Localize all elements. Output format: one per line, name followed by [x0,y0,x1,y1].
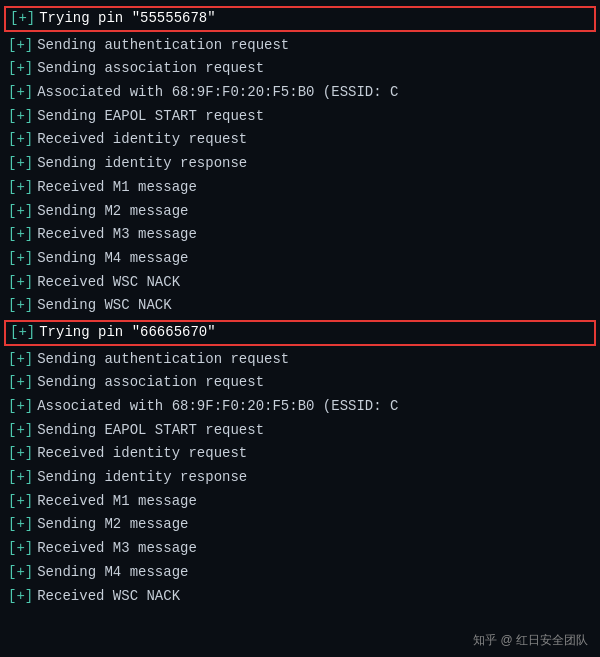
terminal-line: [+]Sending EAPOL START request [0,419,600,443]
line-text: Received M3 message [37,224,197,246]
line-text: Sending authentication request [37,35,289,57]
line-text: Sending EAPOL START request [37,106,264,128]
terminal-line: [+]Received M3 message [0,537,600,561]
line-prefix: [+] [8,58,33,80]
terminal-window: [+]Trying pin "55555678"[+]Sending authe… [0,0,600,657]
line-text: Trying pin "66665670" [39,322,215,344]
line-text: Sending EAPOL START request [37,420,264,442]
line-prefix: [+] [10,322,35,344]
terminal-line: [+]Sending EAPOL START request [0,105,600,129]
line-text: Sending identity response [37,153,247,175]
line-prefix: [+] [8,272,33,294]
line-text: Sending M4 message [37,248,188,270]
line-text: Sending identity response [37,467,247,489]
terminal-line: [+]Received identity request [0,128,600,152]
line-prefix: [+] [8,467,33,489]
line-text: Received M1 message [37,177,197,199]
line-prefix: [+] [8,248,33,270]
line-prefix: [+] [8,443,33,465]
line-prefix: [+] [8,224,33,246]
line-prefix: [+] [8,82,33,104]
highlighted-terminal-line: [+]Trying pin "66665670" [4,320,596,346]
terminal-line: [+]Sending M2 message [0,513,600,537]
terminal-line: [+]Sending association request [0,57,600,81]
line-prefix: [+] [8,153,33,175]
line-prefix: [+] [8,586,33,608]
terminal-line: [+]Sending identity response [0,466,600,490]
terminal-line: [+]Received WSC NACK [0,271,600,295]
terminal-line: [+]Received M3 message [0,223,600,247]
line-text: Received identity request [37,129,247,151]
terminal-line: [+]Sending M4 message [0,247,600,271]
terminal-line: [+]Associated with 68:9F:F0:20:F5:B0 (ES… [0,81,600,105]
line-prefix: [+] [8,420,33,442]
line-text: Sending M2 message [37,201,188,223]
terminal-line: [+]Sending authentication request [0,34,600,58]
line-text: Associated with 68:9F:F0:20:F5:B0 (ESSID… [37,82,398,104]
line-text: Received WSC NACK [37,272,180,294]
highlighted-terminal-line: [+]Trying pin "55555678" [4,6,596,32]
line-text: Received WSC NACK [37,586,180,608]
line-text: Sending M4 message [37,562,188,584]
terminal-line: [+]Received WSC NACK [0,585,600,609]
terminal-line: [+]Sending M2 message [0,200,600,224]
terminal-line: [+]Received M1 message [0,490,600,514]
watermark: 知乎 @ 红日安全团队 [473,632,588,649]
terminal-line: [+]Received identity request [0,442,600,466]
line-prefix: [+] [8,349,33,371]
terminal-line: [+]Sending association request [0,371,600,395]
line-prefix: [+] [8,396,33,418]
line-text: Received M3 message [37,538,197,560]
line-prefix: [+] [8,129,33,151]
line-text: Received identity request [37,443,247,465]
line-prefix: [+] [8,562,33,584]
line-prefix: [+] [8,106,33,128]
terminal-line: [+]Sending WSC NACK [0,294,600,318]
line-text: Sending M2 message [37,514,188,536]
terminal-line: [+]Associated with 68:9F:F0:20:F5:B0 (ES… [0,395,600,419]
line-text: Sending WSC NACK [37,295,171,317]
line-prefix: [+] [8,177,33,199]
line-prefix: [+] [10,8,35,30]
line-prefix: [+] [8,372,33,394]
line-text: Trying pin "55555678" [39,8,215,30]
line-text: Received M1 message [37,491,197,513]
line-text: Sending association request [37,372,264,394]
line-text: Sending authentication request [37,349,289,371]
terminal-line: [+]Sending M4 message [0,561,600,585]
line-prefix: [+] [8,201,33,223]
line-prefix: [+] [8,35,33,57]
line-text: Sending association request [37,58,264,80]
line-prefix: [+] [8,491,33,513]
terminal-line: [+]Sending authentication request [0,348,600,372]
line-prefix: [+] [8,295,33,317]
line-text: Associated with 68:9F:F0:20:F5:B0 (ESSID… [37,396,398,418]
terminal-line: [+]Sending identity response [0,152,600,176]
line-prefix: [+] [8,538,33,560]
line-prefix: [+] [8,514,33,536]
terminal-line: [+]Received M1 message [0,176,600,200]
